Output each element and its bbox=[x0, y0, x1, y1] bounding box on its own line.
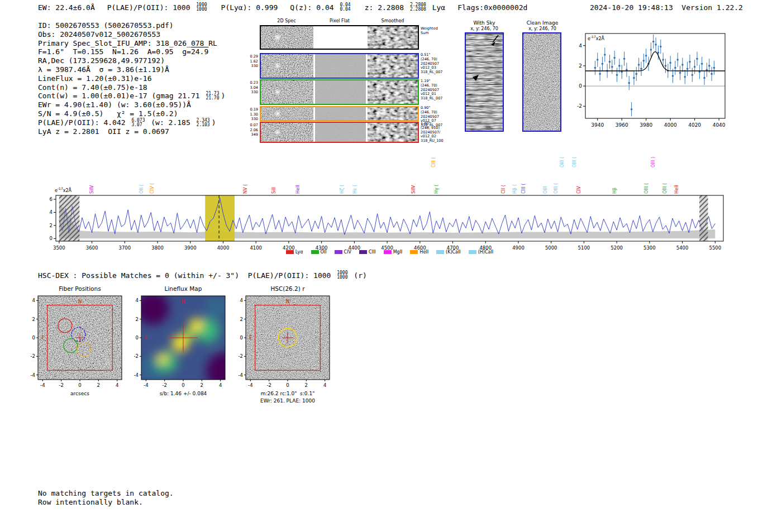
z-classification: Lyα bbox=[428, 3, 445, 12]
svg-text:3940: 3940 bbox=[591, 122, 604, 128]
info-line: LineFlux = 1.20(±0.31)e-16 bbox=[38, 74, 225, 83]
legend-label: MgII bbox=[393, 250, 403, 255]
info-line: RA,Dec (173.259628,49.977192) bbox=[38, 56, 225, 65]
fiber-positions-title: Fiber Positions bbox=[38, 285, 122, 292]
header-summary: EW: 22.4±6.0Å P(LAE)/P(OII): 1000 1000 1… bbox=[38, 3, 527, 12]
zoom-spectrum-svg: 394039603980400040204040-2024 bbox=[564, 28, 738, 137]
svg-text:4: 4 bbox=[579, 43, 582, 49]
svg-text:-2: -2 bbox=[577, 103, 582, 109]
main-spectrum-ylabel: e-17x2Å bbox=[55, 186, 71, 193]
legend-item: CIII bbox=[359, 250, 376, 255]
svg-text:3980: 3980 bbox=[640, 122, 652, 128]
legend-item: Lyα bbox=[286, 250, 303, 255]
svg-text:2: 2 bbox=[579, 63, 582, 69]
lineflux-map-plot-svg: -4-4-2-2002244NE bbox=[126, 293, 232, 389]
zoom-plot: 394039603980400040204040-2024 bbox=[564, 28, 738, 137]
legend-item: CIV bbox=[335, 250, 351, 255]
fraction-lo: 2.2808 bbox=[410, 7, 426, 12]
legend-swatch bbox=[335, 250, 342, 254]
svg-text:-4: -4 bbox=[239, 372, 243, 378]
info-line: Cont(w) = 1.00(±0.01)e-17 (gmag 21.71 21… bbox=[38, 92, 225, 100]
fiber-xlabel: arcsecs bbox=[38, 391, 122, 396]
svg-text:2: 2 bbox=[305, 382, 308, 388]
z-prefix: z: 2.2808 bbox=[365, 3, 408, 12]
spec2d-weighted-strip bbox=[260, 25, 419, 50]
svg-text:4020: 4020 bbox=[688, 122, 701, 128]
emission-line-label: OIII ( bbox=[572, 157, 577, 167]
svg-text:3960: 3960 bbox=[616, 122, 628, 128]
svg-text:-2: -2 bbox=[59, 382, 63, 388]
legend-item: HeII bbox=[410, 250, 428, 255]
col-header-pixelflat: Pixel Flat bbox=[313, 18, 366, 23]
svg-text:2: 2 bbox=[201, 382, 203, 388]
col-header-smoothed: Smoothed bbox=[366, 18, 419, 23]
fiber-2d-noise-image bbox=[261, 123, 313, 142]
emission-line-label: Hγ ( bbox=[434, 185, 439, 194]
flags-value: Flags:0x0000002d bbox=[457, 3, 527, 12]
spec2d-fiber-row bbox=[260, 122, 419, 143]
with-sky-annotation-arrows bbox=[466, 33, 503, 131]
emission-line-label: NV ( bbox=[243, 184, 248, 194]
plya-value: P(Lyα): 0.999 bbox=[221, 3, 278, 12]
svg-text:4: 4 bbox=[136, 298, 139, 303]
info-line: ID: 5002670553 (5002670553.pdf) bbox=[38, 21, 225, 30]
emission-line-label: CII ( bbox=[501, 185, 506, 194]
emission-line-label: Hε ( bbox=[352, 185, 357, 194]
fiber-pixelflat-image bbox=[315, 80, 366, 104]
svg-text:N: N bbox=[286, 299, 290, 304]
emission-line-label: HeII bbox=[295, 185, 301, 194]
weighted-sum-line2: Sum bbox=[421, 31, 454, 36]
legend-label: CIII bbox=[369, 250, 376, 255]
legend-swatch bbox=[286, 250, 294, 254]
svg-text:E: E bbox=[249, 335, 252, 341]
svg-text:-2: -2 bbox=[31, 353, 35, 359]
legend-label: (H)CaII bbox=[478, 250, 493, 255]
ylabel-exponent: -17 bbox=[590, 35, 596, 39]
weighted-smoothed-image bbox=[368, 26, 418, 49]
emission-line-label: OIII ( bbox=[644, 183, 649, 194]
qz-value: Q(z): 0.04 0.04 0.04 bbox=[290, 3, 352, 12]
ylabel-suffix: x2Å bbox=[596, 36, 604, 41]
svg-text:4: 4 bbox=[323, 382, 326, 388]
emission-line-label: OIII ( bbox=[662, 183, 667, 194]
svg-text:0: 0 bbox=[579, 83, 582, 89]
info-line: P(LAE)/P(OII): 4.042 6.0733.07 (w: 2.185… bbox=[38, 118, 225, 127]
svg-text:E: E bbox=[145, 335, 148, 341]
svg-text:4: 4 bbox=[32, 298, 35, 303]
fiber-positions-plot-svg: -4-4-2-2002244NE bbox=[22, 293, 128, 389]
fiber-pixelflat-image bbox=[315, 123, 366, 142]
info-line: LyA z = 2.2801 OII z = 0.0697 bbox=[38, 127, 225, 136]
legend-item: OII bbox=[311, 250, 327, 255]
legend-label: (K)CaII bbox=[446, 250, 461, 255]
svg-text:-4: -4 bbox=[134, 372, 139, 378]
svg-text:2: 2 bbox=[97, 382, 100, 388]
legend-item: (K)CaII bbox=[436, 250, 461, 255]
svg-text:-4: -4 bbox=[31, 372, 35, 378]
z-fraction: 2.2808 2.2808 bbox=[410, 3, 426, 12]
svg-text:0: 0 bbox=[240, 335, 243, 341]
elixer-report-page: { "header": { "ew": "EW: 22.4±6.0Å", "pl… bbox=[0, 0, 782, 532]
weighted-2d-noise-image bbox=[261, 26, 313, 49]
zoom-plot-ylabel: e-17x2Å bbox=[588, 35, 604, 41]
ylabel-suffix: x2Å bbox=[63, 188, 71, 193]
legend-label: HeII bbox=[419, 250, 428, 255]
spec2d-fiber-row bbox=[260, 106, 419, 121]
svg-text:N: N bbox=[78, 299, 82, 304]
svg-text:0: 0 bbox=[50, 236, 53, 241]
emission-line-label: Hβ ( bbox=[512, 184, 517, 194]
qz-fraction: 0.04 0.04 bbox=[340, 3, 350, 12]
hsc-match-suffix: (r) bbox=[349, 271, 366, 280]
lineflux-map-plot: -4-4-2-2002244NE bbox=[126, 293, 232, 389]
fiber-smoothed-image bbox=[368, 54, 418, 78]
svg-text:4: 4 bbox=[50, 209, 53, 215]
spectrum-legend: LyαOIICIVCIIIMgIIHeII(K)CaII(H)CaII bbox=[56, 250, 723, 255]
fiber-2d-noise-image bbox=[261, 54, 313, 78]
emission-line-label: Hζ ( bbox=[340, 185, 345, 194]
ylabel-exponent: -17 bbox=[58, 186, 63, 190]
emission-line-label: OIII ) bbox=[651, 157, 656, 167]
svg-text:4: 4 bbox=[116, 382, 118, 388]
main-spectrum: 3500360037003800390040004100420043004400… bbox=[47, 189, 732, 255]
plae-poii-value: P(LAE)/P(OII): 1000 1000 1000 bbox=[107, 3, 209, 12]
legend-swatch bbox=[384, 250, 392, 254]
clean-noise-image bbox=[523, 33, 560, 131]
